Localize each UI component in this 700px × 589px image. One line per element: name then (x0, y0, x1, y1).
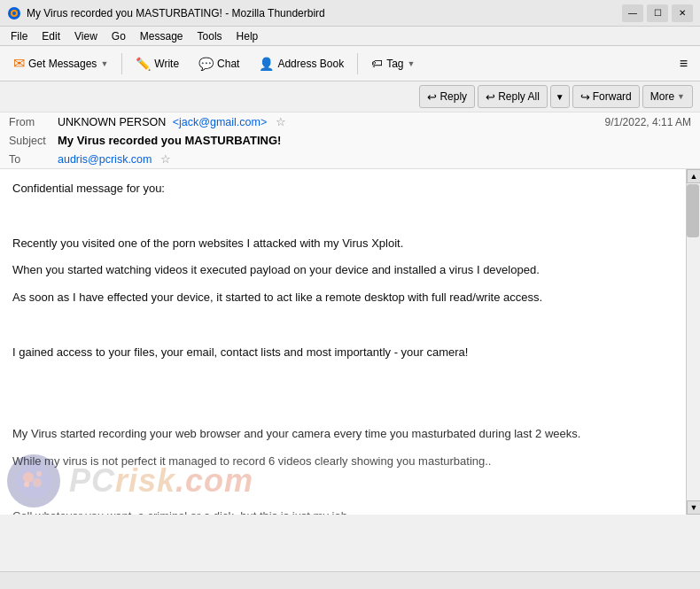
scroll-down-arrow[interactable]: ▼ (687, 500, 700, 515)
to-star-icon[interactable]: ☆ (160, 152, 171, 166)
write-label: Write (154, 58, 179, 70)
body-paragraph-10: While my virus is not perfect it managed… (12, 453, 679, 471)
body-paragraph-5 (12, 316, 679, 335)
scrollbar[interactable]: ▲ ▼ (686, 169, 700, 515)
subject-row: Subject My Virus recorded you MASTURBATI… (0, 131, 700, 150)
close-button[interactable]: ✕ (672, 4, 693, 22)
write-icon: ✏️ (136, 57, 151, 71)
window-controls: — ☐ ✕ (622, 4, 693, 22)
menu-bar: File Edit View Go Message Tools Help (0, 27, 700, 46)
reply-label: Reply (439, 90, 467, 103)
reply-all-button[interactable]: ↩ Reply All (478, 85, 548, 108)
tag-icon: 🏷 (371, 57, 383, 70)
svg-point-2 (12, 12, 16, 15)
menu-tools[interactable]: Tools (191, 28, 229, 44)
to-email: audris@pcrisk.com (58, 153, 152, 166)
email-body-wrapper: Confidential message for you: Recently y… (0, 169, 700, 515)
email-header: ↩ Reply ↩ Reply All ▼ ↪ Forward More ▼ F… (0, 81, 700, 169)
status-bar (0, 571, 700, 589)
body-paragraph-4: As soon as I have effected your device, … (12, 289, 679, 307)
reply-all-icon: ↩ (486, 90, 495, 104)
get-messages-label: Get Messages (28, 58, 97, 70)
to-row: To audris@pcrisk.com ☆ (0, 150, 700, 168)
address-book-button[interactable]: 👤 Address Book (251, 50, 352, 77)
app-icon (7, 6, 21, 20)
toolbar: ✉ Get Messages ▼ ✏️ Write 💬 Chat 👤 Addre… (0, 46, 700, 81)
body-paragraph-6: I gained access to your files, your emai… (12, 344, 679, 362)
menu-help[interactable]: Help (229, 28, 266, 44)
chat-button[interactable]: 💬 Chat (191, 50, 247, 77)
reply-icon: ↩ (427, 90, 437, 104)
reply-all-dropdown[interactable]: ▼ (550, 85, 570, 108)
toolbar-separator-1 (121, 53, 122, 74)
from-value: UNKNOWN PERSON <jack@gmail.com> ☆ (58, 115, 605, 128)
scrollbar-thumb[interactable] (687, 184, 699, 237)
body-paragraph-8 (12, 398, 679, 416)
body-paragraph-1 (12, 207, 679, 226)
from-name: UNKNOWN PERSON (58, 116, 166, 128)
reply-button[interactable]: ↩ Reply (419, 85, 475, 108)
action-bar: ↩ Reply ↩ Reply All ▼ ↪ Forward More ▼ (0, 81, 700, 112)
more-arrow-icon: ▼ (677, 92, 685, 101)
from-label: From (9, 116, 58, 128)
body-paragraph-9: My Virus started recording your web brow… (12, 425, 679, 444)
menu-message[interactable]: Message (133, 28, 191, 44)
write-button[interactable]: ✏️ Write (128, 50, 187, 77)
address-book-icon: 👤 (259, 57, 274, 71)
menu-view[interactable]: View (67, 28, 105, 44)
body-paragraph-11 (12, 480, 679, 499)
more-label: More (650, 90, 674, 103)
subject-label: Subject (9, 135, 58, 147)
tag-arrow-icon[interactable]: ▼ (408, 59, 416, 68)
minimize-button[interactable]: — (622, 4, 643, 22)
body-paragraph-0: Confidential message for you: (12, 180, 679, 198)
maximize-button[interactable]: ☐ (647, 4, 668, 22)
menu-file[interactable]: File (4, 28, 35, 44)
get-messages-button[interactable]: ✉ Get Messages ▼ (5, 50, 116, 77)
more-button[interactable]: More ▼ (642, 85, 693, 108)
forward-label: Forward (593, 90, 632, 103)
address-book-label: Address Book (277, 58, 344, 70)
from-email: <jack@gmail.com> (173, 116, 267, 128)
hamburger-menu-button[interactable]: ≡ (673, 52, 695, 75)
body-paragraph-12: Call whatever you want, a criminal or a … (12, 508, 679, 515)
menu-edit[interactable]: Edit (35, 28, 67, 44)
subject-value: My Virus recorded you MASTURBATING! (58, 134, 691, 147)
title-bar: My Virus recorded you MASTURBATING! - Mo… (0, 0, 700, 27)
chat-label: Chat (217, 58, 239, 70)
forward-icon: ↪ (580, 90, 590, 104)
scroll-up-arrow[interactable]: ▲ (687, 169, 700, 183)
tag-label: Tag (386, 58, 403, 70)
body-paragraph-3: When you started watching videos it exec… (12, 261, 679, 280)
forward-button[interactable]: ↪ Forward (572, 85, 640, 108)
from-row: From UNKNOWN PERSON <jack@gmail.com> ☆ 9… (0, 112, 700, 131)
to-value: audris@pcrisk.com ☆ (58, 152, 691, 166)
chat-icon: 💬 (198, 57, 214, 71)
email-body: Confidential message for you: Recently y… (0, 169, 700, 515)
body-paragraph-2: Recently you visited one of the porn web… (12, 235, 679, 253)
tag-button[interactable]: 🏷 Tag ▼ (363, 50, 423, 77)
window-title: My Virus recorded you MASTURBATING! - Mo… (27, 7, 622, 19)
menu-go[interactable]: Go (105, 28, 133, 44)
toolbar-separator-2 (357, 53, 358, 74)
from-star-icon[interactable]: ☆ (276, 115, 286, 128)
email-date: 9/1/2022, 4:11 AM (605, 116, 691, 128)
body-paragraph-7 (12, 371, 679, 390)
get-messages-arrow-icon[interactable]: ▼ (100, 59, 108, 68)
to-label: To (9, 153, 58, 166)
get-messages-icon: ✉ (13, 55, 25, 72)
reply-all-label: Reply All (498, 90, 540, 103)
